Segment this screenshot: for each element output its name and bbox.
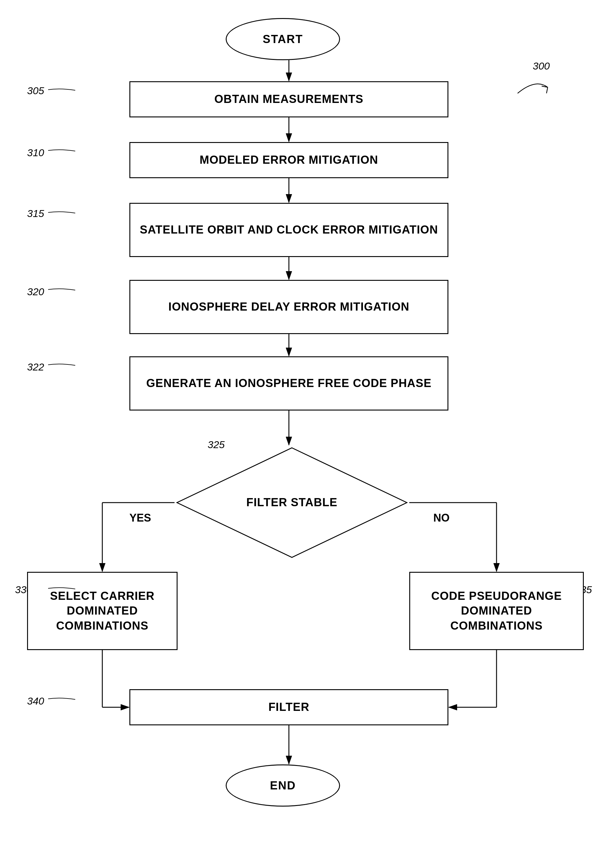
node-310: MODELED ERROR MITIGATION bbox=[129, 142, 448, 178]
ref-322: 322 bbox=[27, 361, 44, 373]
node-305-label: OBTAIN MEASUREMENTS bbox=[214, 92, 363, 107]
node-330-label: SELECT CARRIER DOMINATED COMBINATIONS bbox=[34, 589, 171, 633]
start-label: START bbox=[263, 33, 303, 46]
end-label: END bbox=[270, 779, 296, 792]
ref-305: 305 bbox=[27, 85, 44, 97]
node-340-label: FILTER bbox=[268, 700, 309, 714]
node-325-label: FILTER STABLE bbox=[246, 495, 337, 510]
node-335-label: CODE PSEUDORANGE DOMINATED COMBINATIONS bbox=[416, 589, 577, 633]
node-310-label: MODELED ERROR MITIGATION bbox=[199, 153, 378, 167]
node-305: OBTAIN MEASUREMENTS bbox=[129, 81, 448, 118]
ref-340: 340 bbox=[27, 695, 44, 707]
node-320: IONOSPHERE DELAY ERROR MITIGATION bbox=[129, 280, 448, 334]
start-node: START bbox=[226, 18, 340, 60]
node-325: FILTER STABLE bbox=[175, 445, 409, 560]
ref-320: 320 bbox=[27, 286, 44, 298]
diagram-container: 300 START 305 OBTAIN MEASUREMENTS 310 MO… bbox=[0, 0, 616, 846]
node-320-label: IONOSPHERE DELAY ERROR MITIGATION bbox=[169, 300, 409, 314]
node-335: CODE PSEUDORANGE DOMINATED COMBINATIONS bbox=[409, 572, 584, 650]
node-315: SATELLITE ORBIT AND CLOCK ERROR MITIGATI… bbox=[129, 203, 448, 257]
end-node: END bbox=[226, 764, 340, 806]
node-322: GENERATE AN IONOSPHERE FREE CODE PHASE bbox=[129, 356, 448, 411]
yes-label: YES bbox=[129, 512, 151, 524]
ref-310: 310 bbox=[27, 147, 44, 159]
node-315-label: SATELLITE ORBIT AND CLOCK ERROR MITIGATI… bbox=[139, 222, 438, 237]
node-340: FILTER bbox=[129, 689, 448, 725]
svg-line-17 bbox=[542, 86, 548, 87]
node-322-label: GENERATE AN IONOSPHERE FREE CODE PHASE bbox=[146, 376, 431, 391]
ref-300: 300 bbox=[532, 60, 550, 72]
node-330: SELECT CARRIER DOMINATED COMBINATIONS bbox=[27, 572, 177, 650]
no-label: NO bbox=[433, 512, 450, 524]
svg-line-18 bbox=[547, 87, 548, 93]
ref-315: 315 bbox=[27, 208, 44, 219]
